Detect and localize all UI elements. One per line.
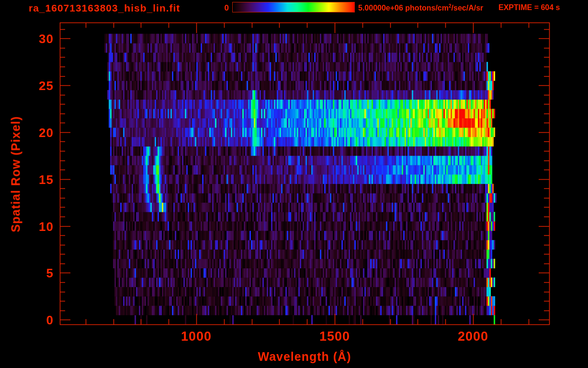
colorbar-max-label-rest: /sec/A/sr [452,4,484,12]
x-axis-label: Wavelength (Å) [223,350,386,364]
y-tick-label: 15 [20,172,54,187]
x-tick-label: 1500 [301,329,368,344]
x-tick-label: 1000 [163,329,230,344]
y-tick-label: 30 [20,32,54,46]
colorbar-max-label: 5.00000e+06 photons/cm2/sec/A/sr [358,3,483,12]
x-tick-label: 2000 [440,329,507,344]
spectral-image-window: ra_160713163803_hisb_lin.fit 0 5.00000e+… [0,0,588,368]
exptime-label: EXPTIME = 604 s [498,3,560,12]
y-tick-label: 10 [20,219,54,234]
spectral-heatmap-canvas [0,0,588,368]
window-title: ra_160713163803_hisb_lin.fit [29,2,180,14]
y-tick-label: 25 [20,79,54,93]
y-tick-label: 20 [20,126,54,140]
colorbar-max-label-main: 5.00000e+06 photons/cm [358,4,449,12]
colorbar-min-label: 0 [205,3,229,13]
y-tick-label: 5 [20,266,54,281]
y-tick-label: 0 [20,313,54,328]
colorbar [232,2,355,12]
